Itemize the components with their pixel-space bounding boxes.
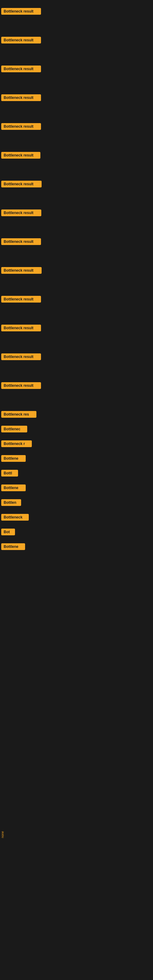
bottom-section: none bbox=[0, 740, 153, 862]
row-spacer bbox=[0, 420, 153, 424]
bottleneck-badge[interactable]: Bottleneck bbox=[1, 514, 29, 520]
spacer-area bbox=[0, 556, 153, 740]
items-container: Bottleneck resultBottleneck resultBottle… bbox=[0, 5, 153, 556]
bottleneck-row: Bottleneck result bbox=[0, 6, 153, 16]
bottleneck-row: Bottlene bbox=[0, 453, 153, 464]
bottleneck-row: Bottleneck result bbox=[0, 208, 153, 218]
bottleneck-row: Bottleneck res bbox=[0, 409, 153, 420]
row-spacer bbox=[0, 362, 153, 380]
bottleneck-row: Bottleneck result bbox=[0, 380, 153, 391]
row-spacer bbox=[0, 218, 153, 236]
bottleneck-badge[interactable]: Bottleneck result bbox=[1, 37, 41, 43]
bottleneck-row: Bottleneck result bbox=[0, 352, 153, 362]
bottleneck-badge[interactable]: Bottleneck result bbox=[1, 94, 41, 101]
row-spacer bbox=[0, 161, 153, 179]
bottleneck-row: Bottleneck result bbox=[0, 265, 153, 275]
bottleneck-row: Bottlen bbox=[0, 497, 153, 508]
bottleneck-badge[interactable]: Bottleneck result bbox=[1, 382, 41, 389]
bottleneck-row: Bottleneck result bbox=[0, 323, 153, 333]
bottleneck-badge[interactable]: Bottlen bbox=[1, 499, 21, 506]
bottleneck-badge[interactable]: Bottlene bbox=[1, 485, 26, 491]
bottleneck-badge[interactable]: Bottleneck result bbox=[1, 152, 40, 159]
bottleneck-badge[interactable]: Bottleneck result bbox=[1, 296, 41, 302]
bottleneck-row: Bottlene bbox=[0, 483, 153, 493]
bottleneck-badge[interactable]: Bottleneck result bbox=[1, 123, 41, 130]
row-spacer bbox=[0, 552, 153, 556]
bottleneck-badge[interactable]: Bottleneck r bbox=[1, 441, 32, 447]
bottleneck-row: Bottleneck result bbox=[0, 121, 153, 132]
row-spacer bbox=[0, 103, 153, 121]
bottleneck-row: Bottleneck r bbox=[0, 439, 153, 449]
row-spacer bbox=[0, 434, 153, 439]
site-title bbox=[0, 0, 153, 5]
bottleneck-badge[interactable]: Bottlenec bbox=[1, 426, 27, 433]
bottleneck-row: Bottlenec bbox=[0, 424, 153, 434]
row-spacer bbox=[0, 189, 153, 208]
bottleneck-row: Bottleneck result bbox=[0, 179, 153, 189]
row-spacer bbox=[0, 132, 153, 150]
bottleneck-row: Bottleneck bbox=[0, 512, 153, 522]
bottleneck-badge[interactable]: Bottleneck result bbox=[1, 353, 41, 360]
bottleneck-row: Bottlene bbox=[0, 541, 153, 552]
bottleneck-row: Bottleneck result bbox=[0, 294, 153, 304]
row-spacer bbox=[0, 537, 153, 541]
row-spacer bbox=[0, 275, 153, 294]
bottleneck-badge[interactable]: Bottleneck res bbox=[1, 411, 37, 418]
bottleneck-badge[interactable]: Bottleneck result bbox=[1, 181, 41, 188]
row-spacer bbox=[0, 449, 153, 453]
bottleneck-badge[interactable]: Bot bbox=[1, 528, 15, 535]
bottleneck-row: Bottleneck result bbox=[0, 236, 153, 247]
bottleneck-row: Bottleneck result bbox=[0, 92, 153, 103]
row-spacer bbox=[0, 247, 153, 265]
bottleneck-badge[interactable]: Bottleneck result bbox=[1, 325, 41, 331]
bottleneck-badge[interactable]: Bottlene bbox=[1, 455, 26, 462]
bottleneck-badge[interactable]: Bottl bbox=[1, 470, 18, 477]
bottleneck-badge[interactable]: Bottleneck result bbox=[1, 8, 41, 15]
bottleneck-badge[interactable]: Bottleneck result bbox=[1, 238, 41, 245]
bottleneck-badge[interactable]: Bottleneck result bbox=[1, 210, 41, 216]
bottom-text: none bbox=[1, 831, 4, 838]
row-spacer bbox=[0, 304, 153, 323]
row-spacer bbox=[0, 333, 153, 352]
row-spacer bbox=[0, 45, 153, 64]
bottleneck-row: Bottleneck result bbox=[0, 35, 153, 45]
row-spacer bbox=[0, 16, 153, 35]
bottleneck-row: Bottl bbox=[0, 468, 153, 478]
row-spacer bbox=[0, 391, 153, 409]
bottleneck-row: Bottleneck result bbox=[0, 64, 153, 74]
row-spacer bbox=[0, 478, 153, 483]
bottleneck-row: Bot bbox=[0, 527, 153, 537]
row-spacer bbox=[0, 493, 153, 497]
row-spacer bbox=[0, 522, 153, 527]
row-spacer bbox=[0, 508, 153, 512]
bottleneck-badge[interactable]: Bottlene bbox=[1, 543, 25, 550]
row-spacer bbox=[0, 464, 153, 468]
row-spacer bbox=[0, 74, 153, 92]
bottleneck-badge[interactable]: Bottleneck result bbox=[1, 65, 41, 72]
bottleneck-badge[interactable]: Bottleneck result bbox=[1, 267, 41, 274]
bottleneck-row: Bottleneck result bbox=[0, 150, 153, 161]
